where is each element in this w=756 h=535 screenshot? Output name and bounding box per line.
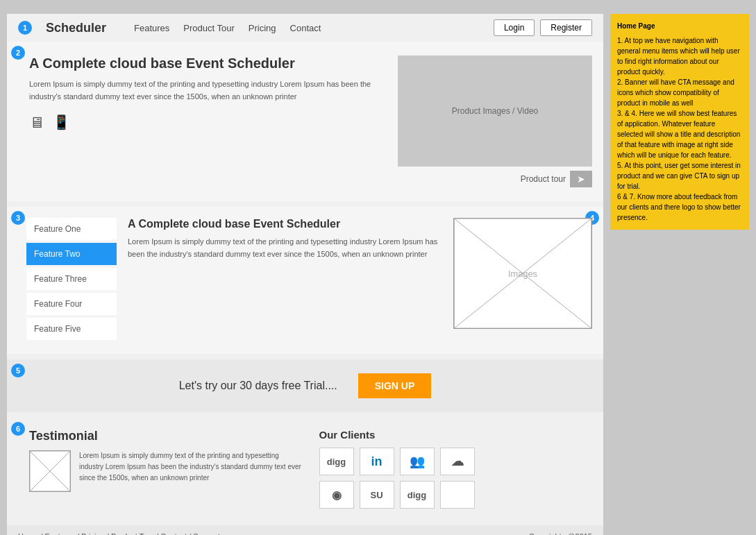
sticky-note: Home Page 1. At top we have navigation w… xyxy=(610,14,749,230)
client-circle: ◉ xyxy=(319,481,354,509)
hero-right: Product Images / Video Product tour ➤ xyxy=(398,56,592,187)
client-digg2: digg xyxy=(400,481,435,509)
footer-copyright: Copyrights @2015 xyxy=(529,532,592,535)
svg-text:Images: Images xyxy=(508,269,537,279)
nav-buttons: Login Register xyxy=(494,19,592,36)
feature-item-3[interactable]: Feature Three xyxy=(26,268,117,290)
features-image: Images xyxy=(453,218,592,329)
client-su: SU xyxy=(360,481,394,509)
features-desc: Lorem Ipsum is simply dummy text of the … xyxy=(128,236,442,260)
features-title: A Complete cloud base Event Scheduler xyxy=(128,218,442,230)
sticky-title: Home Page xyxy=(617,22,655,30)
hero-icons: 🖥 📱 xyxy=(29,114,387,132)
feature-item-1[interactable]: Feature One xyxy=(26,218,117,240)
feature-item-4[interactable]: Feature Four xyxy=(26,293,117,315)
nav-links: Features Product Tour Pricing Contact xyxy=(134,23,480,33)
features-section: 3 4 Feature One Feature Two Feature Thre… xyxy=(7,207,603,354)
clients-title: Our Clients xyxy=(319,429,593,441)
nav-logo: Scheduler xyxy=(46,21,106,35)
nav-link-contact[interactable]: Contact xyxy=(290,23,321,33)
product-tour-button[interactable]: ➤ xyxy=(570,171,592,187)
tablet-icon: 📱 xyxy=(53,114,70,132)
login-button[interactable]: Login xyxy=(494,19,535,36)
features-inner: Feature One Feature Two Feature Three Fe… xyxy=(18,218,592,343)
trial-text: Let's try our 30 days free Trial.... xyxy=(179,380,337,392)
video-placeholder: Product Images / Video xyxy=(398,56,592,167)
monitor-icon: 🖥 xyxy=(29,114,44,132)
client-linkedin: in xyxy=(360,448,394,475)
hero-left: A Complete cloud base Event Scheduler Lo… xyxy=(18,56,387,139)
footer-links: Home / Features / Pricing / Product Tour… xyxy=(18,532,220,535)
testimonial-title: Testimonial xyxy=(29,429,303,443)
register-button[interactable]: Register xyxy=(540,19,592,36)
features-sidebar: Feature One Feature Two Feature Three Fe… xyxy=(26,218,117,343)
client-empty xyxy=(440,481,475,509)
client-social1: 👥 xyxy=(400,448,435,475)
hero-desc: Lorem Ipsum is simply dummy text of the … xyxy=(29,78,387,103)
clients-section: Our Clients digg in 👥 ☁ ◉ SU digg xyxy=(319,429,593,509)
hero-badge: 2 xyxy=(11,46,25,60)
sticky-content: 1. At top we have navigation with genera… xyxy=(617,35,742,223)
clients-grid: digg in 👥 ☁ ◉ SU digg xyxy=(319,448,593,509)
testimonial-image xyxy=(29,450,71,492)
feature-item-5[interactable]: Feature Five xyxy=(26,318,117,340)
testimonial-desc: Lorem Ipsum is simply dummy text of the … xyxy=(79,450,303,484)
testimonial-content: Lorem Ipsum is simply dummy text of the … xyxy=(29,450,303,492)
testimonial-badge: 6 xyxy=(11,422,25,436)
navbar: 1 Scheduler Features Product Tour Pricin… xyxy=(7,14,603,42)
signup-button[interactable]: SIGN UP xyxy=(358,373,432,398)
product-tour-row: Product tour ➤ xyxy=(398,171,592,187)
nav-link-features[interactable]: Features xyxy=(134,23,169,33)
trial-section: 5 Let's try our 30 days free Trial.... S… xyxy=(7,359,603,412)
feature-item-2[interactable]: Feature Two xyxy=(26,243,117,265)
client-cloud: ☁ xyxy=(440,448,475,475)
features-content: A Complete cloud base Event Scheduler Lo… xyxy=(128,218,442,343)
hero-section: 2 A Complete cloud base Event Scheduler … xyxy=(7,42,603,201)
testimonial-left: Testimonial Lorem Ipsum is simply dummy … xyxy=(18,429,303,509)
nav-link-pricing[interactable]: Pricing xyxy=(249,23,276,33)
product-tour-label: Product tour xyxy=(521,174,566,184)
footer: Home / Features / Pricing / Product Tour… xyxy=(7,525,603,535)
trial-badge: 5 xyxy=(11,364,25,377)
nav-badge: 1 xyxy=(18,21,32,35)
testimonial-section: 6 Testimonial Lorem Ipsum is simply dumm… xyxy=(7,418,603,520)
client-digg1: digg xyxy=(319,448,354,475)
features-badge: 3 xyxy=(11,211,25,225)
hero-title: A Complete cloud base Event Scheduler xyxy=(29,56,387,71)
nav-link-producttour[interactable]: Product Tour xyxy=(183,23,234,33)
